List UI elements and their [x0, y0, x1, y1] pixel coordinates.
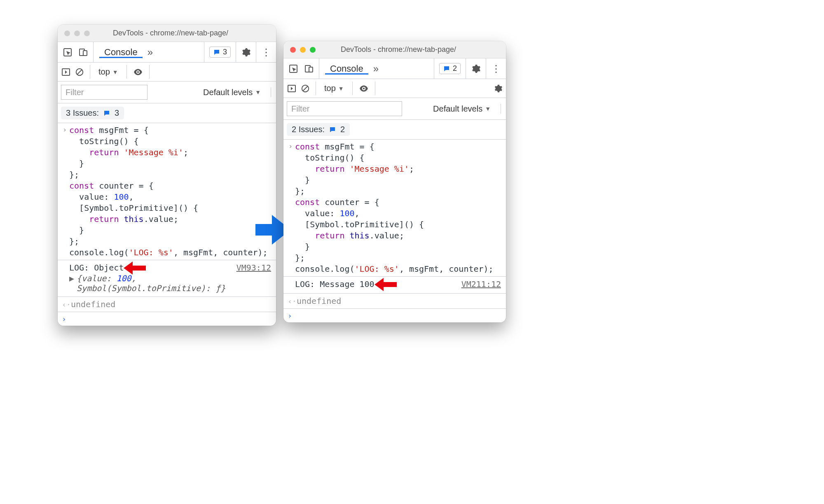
traffic-lights[interactable] [58, 30, 90, 36]
minimize-dot-icon[interactable] [74, 30, 80, 36]
chat-icon [213, 49, 220, 56]
console-input-line[interactable]: › const msgFmt = { toString() { return '… [58, 123, 276, 260]
return-arrow-icon: ‹· [62, 300, 71, 309]
issues-count: 2 [340, 125, 345, 134]
devtools-window-before: DevTools - chrome://new-tab-page/ Consol… [58, 25, 276, 326]
caret-down-icon: ▼ [338, 85, 344, 92]
prompt-row[interactable]: › [283, 309, 506, 322]
caret-down-icon: ▼ [485, 105, 491, 112]
tab-console[interactable]: Console [98, 47, 143, 58]
console-controls: top ▼ [283, 79, 506, 98]
issues-label: 3 Issues: [66, 108, 99, 118]
window-title: DevTools - chrome://new-tab-page/ [90, 29, 276, 37]
devtools-window-after: DevTools - chrome://new-tab-page/ Consol… [283, 41, 506, 322]
filter-row: Filter Default levels ▼ [283, 98, 506, 120]
issues-pill-count: 2 [453, 64, 457, 73]
more-tabs-icon[interactable]: » [369, 63, 383, 75]
log-text: LOG: Message 100 [295, 279, 375, 289]
gear-icon[interactable] [494, 84, 503, 93]
chat-icon [329, 126, 336, 133]
context-selector[interactable]: top ▼ [322, 83, 346, 94]
titlebar[interactable]: DevTools - chrome://new-tab-page/ [283, 41, 506, 58]
issues-pill-count: 3 [223, 48, 227, 56]
zoom-dot-icon[interactable] [310, 47, 316, 53]
return-row: ‹· undefined [283, 293, 506, 309]
undefined-label: undefined [297, 296, 341, 306]
levels-selector[interactable]: Default levels ▼ [431, 103, 493, 114]
sidebar-toggle-icon[interactable] [61, 67, 71, 77]
console-body: › const msgFmt = { toString() { return '… [58, 123, 276, 326]
chevron-right-icon: › [60, 125, 69, 134]
context-selector[interactable]: top ▼ [96, 66, 121, 77]
traffic-lights[interactable] [283, 47, 316, 53]
titlebar[interactable]: DevTools - chrome://new-tab-page/ [58, 25, 276, 42]
chat-icon [443, 65, 450, 72]
issues-pill-tabbar[interactable]: 2 [439, 63, 461, 74]
close-dot-icon[interactable] [290, 47, 296, 53]
context-label: top [324, 84, 336, 93]
issues-row: 3 Issues: 3 [58, 103, 276, 123]
return-arrow-icon: ‹· [288, 297, 297, 306]
return-row: ‹· undefined [58, 296, 276, 312]
svg-rect-8 [309, 67, 313, 72]
tab-bar: Console » 3 ⋮ [58, 42, 276, 63]
gear-icon[interactable] [241, 47, 251, 57]
filter-input[interactable]: Filter [61, 85, 147, 100]
code-block: const msgFmt = { toString() { return 'Me… [295, 141, 502, 275]
inspect-icon[interactable] [288, 64, 298, 74]
source-link[interactable]: VM211:12 [461, 279, 501, 289]
gear-icon[interactable] [471, 64, 481, 74]
source-link[interactable]: VM93:12 [236, 263, 271, 273]
issues-label: 2 Issues: [292, 125, 325, 134]
console-controls: top ▼ [58, 63, 276, 82]
issues-pill-tabbar[interactable]: 3 [209, 47, 231, 58]
svg-point-11 [363, 87, 365, 89]
sidebar-toggle-icon[interactable] [287, 84, 297, 93]
live-expression-icon[interactable] [133, 67, 143, 77]
object-expand-row[interactable]: ▶ {value: 100, Symbol(Symbol.toPrimitive… [58, 273, 276, 296]
live-expression-icon[interactable] [358, 83, 369, 94]
filter-row: Filter Default levels ▼ [58, 82, 276, 103]
device-toolbar-icon[interactable] [78, 47, 88, 57]
inspect-icon[interactable] [63, 47, 73, 57]
tab-bar: Console » 2 ⋮ [283, 58, 506, 79]
levels-label: Default levels [203, 88, 253, 97]
code-block: const msgFmt = { toString() { return 'Me… [69, 125, 272, 258]
log-text: LOG: Object [69, 263, 124, 273]
clear-console-icon[interactable] [75, 68, 84, 77]
window-title: DevTools - chrome://new-tab-page/ [316, 45, 506, 54]
caret-down-icon: ▼ [255, 89, 261, 96]
issues-row: 2 Issues: 2 [283, 120, 506, 140]
more-tabs-icon[interactable]: » [143, 47, 157, 58]
prompt-row[interactable]: › [58, 312, 276, 326]
filter-input[interactable]: Filter [287, 101, 402, 116]
log-output-row[interactable]: LOG: Message 100 VM211:12 [283, 277, 506, 293]
device-toolbar-icon[interactable] [304, 64, 314, 74]
triangle-right-icon[interactable]: ▶ [69, 273, 74, 283]
undefined-label: undefined [71, 299, 115, 309]
levels-label: Default levels [433, 104, 482, 114]
context-label: top [98, 67, 110, 77]
annotation-red-arrow-icon [124, 263, 148, 273]
chat-icon [103, 110, 110, 117]
issues-pill[interactable]: 2 Issues: 2 [287, 123, 350, 136]
issues-pill[interactable]: 3 Issues: 3 [61, 107, 124, 119]
chevron-right-icon: › [286, 141, 295, 150]
zoom-dot-icon[interactable] [84, 30, 90, 36]
issues-count: 3 [115, 108, 119, 118]
annotation-red-arrow-icon [375, 279, 399, 290]
caret-down-icon: ▼ [112, 69, 118, 75]
levels-selector[interactable]: Default levels ▼ [201, 87, 263, 98]
clear-console-icon[interactable] [301, 84, 310, 93]
svg-point-5 [137, 71, 139, 72]
minimize-dot-icon[interactable] [300, 47, 306, 53]
log-output-row[interactable]: LOG: Object VM93:12 [58, 260, 276, 273]
close-dot-icon[interactable] [64, 30, 70, 36]
console-input-line[interactable]: › const msgFmt = { toString() { return '… [283, 140, 506, 276]
svg-rect-2 [83, 51, 87, 56]
tab-console[interactable]: Console [324, 63, 369, 74]
console-body: › const msgFmt = { toString() { return '… [283, 140, 506, 322]
